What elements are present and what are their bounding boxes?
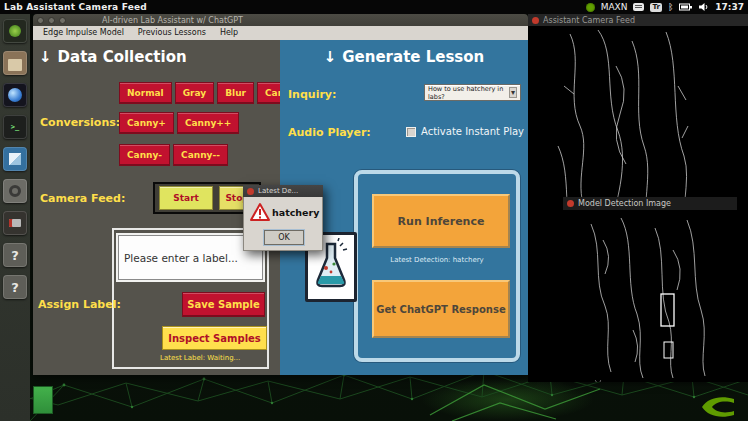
dialog-title: Latest De... <box>258 187 298 195</box>
canny-plus-button[interactable]: Canny+ <box>119 112 174 134</box>
battery-icon[interactable] <box>679 3 692 11</box>
dock-media-icon[interactable] <box>3 211 27 235</box>
clock[interactable]: 17:37 <box>715 2 744 12</box>
normal-button[interactable]: Normal <box>119 82 172 104</box>
window-close-icon[interactable] <box>37 17 44 24</box>
launcher-dock: >_ ? ? <box>0 14 30 421</box>
detection-window-titlebar[interactable]: Model Detection Image <box>563 197 737 210</box>
dialog-titlebar[interactable]: Latest De... <box>243 185 323 197</box>
gpu-status-icon[interactable] <box>586 3 595 12</box>
dock-terminal-icon[interactable]: >_ <box>3 115 27 139</box>
dialog-window-icon <box>247 188 254 195</box>
down-arrow-icon: ↓ <box>324 48 337 66</box>
menu-help[interactable]: Help <box>214 26 244 40</box>
model-detection-image <box>563 210 737 380</box>
menu-edge-impulse-model[interactable]: Edge Impulse Model <box>37 26 130 40</box>
dock-dashboard-icon[interactable] <box>3 19 27 43</box>
instant-play-label: Activate Instant Play <box>421 126 524 137</box>
dropdown-arrow-icon: ▾ <box>509 87 517 98</box>
dialog-body: hatchery OK <box>243 197 323 251</box>
menu-previous-lessons[interactable]: Previous Lessons <box>132 26 212 40</box>
camera-window-icon <box>532 17 539 24</box>
keyboard-icon[interactable] <box>633 3 644 11</box>
conversion-row-3: Canny- Canny-- <box>119 144 228 166</box>
conversions-label: Conversions: <box>40 116 120 129</box>
keyboard-layout-badge[interactable]: Tr <box>650 3 661 12</box>
label-input[interactable] <box>118 235 263 280</box>
dock-browser-icon[interactable] <box>3 83 27 107</box>
run-inference-button[interactable]: Run Inference <box>372 194 510 248</box>
generate-lesson-heading: ↓ Generate Lesson <box>280 48 528 66</box>
blur-button[interactable]: Blur <box>217 82 254 104</box>
canny-plus-plus-button[interactable]: Canny++ <box>177 112 239 134</box>
latest-label-status: Latest Label: Waiting... <box>160 354 240 362</box>
window-title: AI-driven Lab Assistant w/ ChatGPT <box>102 16 243 25</box>
top-system-bar: Lab Assistant Camera Feed MAXN Tr ᛒ 17:3… <box>0 0 748 14</box>
conversion-row-2: Canny+ Canny++ <box>119 112 239 134</box>
menu-bar: Edge Impulse Model Previous Lessons Help <box>33 26 528 40</box>
conversion-row-1: Normal Gray Blur Canny <box>119 82 304 104</box>
data-collection-heading: ↓ Data Collection <box>39 48 187 66</box>
start-button[interactable]: Start <box>159 186 213 210</box>
instant-play-option: Activate Instant Play <box>406 126 524 137</box>
camera-window-titlebar[interactable]: Assistant Camera Feed <box>528 14 748 26</box>
save-sample-button[interactable]: Save Sample <box>182 292 265 317</box>
get-chatgpt-response-button[interactable]: Get ChatGPT Response <box>372 280 510 338</box>
inference-frame: Run Inference Latest Detection: hatchery… <box>354 170 520 362</box>
nvidia-logo-icon <box>696 392 740 420</box>
window-titlebar[interactable]: AI-driven Lab Assistant w/ ChatGPT <box>33 14 528 26</box>
window-minimize-icon[interactable] <box>48 17 55 24</box>
dock-unknown-app-icon[interactable]: ? <box>3 275 27 299</box>
model-detection-window: Model Detection Image <box>563 197 737 380</box>
gpu-mode-label: MAXN <box>601 2 628 12</box>
inquiry-label: Inquiry: <box>288 88 336 101</box>
inspect-samples-button[interactable]: Inspect Samples <box>162 326 267 350</box>
dock-settings-icon[interactable] <box>3 179 27 203</box>
detection-window-icon <box>567 200 574 207</box>
canny-minus-minus-button[interactable]: Canny-- <box>173 144 228 166</box>
inquiry-dropdown[interactable]: How to use hatchery in labs? ▾ <box>424 84 521 101</box>
window-maximize-icon[interactable] <box>59 17 66 24</box>
assign-label: Assign Label: <box>38 298 121 311</box>
latest-detection-status: Latest Detection: hatchery <box>358 256 516 264</box>
green-app-tile[interactable] <box>33 386 53 414</box>
instant-play-checkbox[interactable] <box>406 127 416 137</box>
dialog-message: hatchery <box>272 207 319 218</box>
latest-detection-dialog: Latest De... hatchery OK <box>243 185 323 251</box>
dock-files-icon[interactable] <box>3 51 27 75</box>
canny-minus-button[interactable]: Canny- <box>119 144 170 166</box>
volume-icon[interactable] <box>698 2 709 12</box>
camera-window-title: Assistant Camera Feed <box>543 16 635 25</box>
dock-office-icon[interactable] <box>3 147 27 171</box>
desktop: Lab Assistant Camera Feed MAXN Tr ᛒ 17:3… <box>0 0 748 421</box>
detection-window-title: Model Detection Image <box>578 199 671 208</box>
bluetooth-icon[interactable]: ᛒ <box>668 3 673 12</box>
audio-player-label: Audio Player: <box>288 126 371 139</box>
system-tray: MAXN Tr ᛒ 17:37 <box>586 2 744 12</box>
gray-button[interactable]: Gray <box>175 82 215 104</box>
camera-feed-label: Camera Feed: <box>40 192 125 205</box>
ok-button[interactable]: OK <box>264 230 304 245</box>
warning-icon <box>249 202 271 222</box>
inquiry-selected-value: How to use hatchery in labs? <box>428 85 509 101</box>
down-arrow-icon: ↓ <box>39 48 52 66</box>
active-window-title: Lab Assistant Camera Feed <box>4 2 147 12</box>
dock-unknown-app-icon[interactable]: ? <box>3 243 27 267</box>
